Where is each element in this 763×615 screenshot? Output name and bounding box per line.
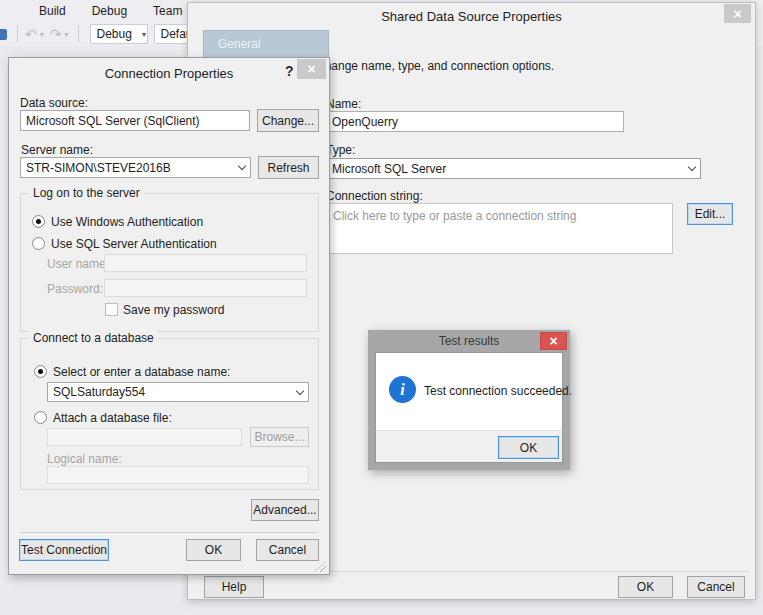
menu-build[interactable]: Build <box>26 0 79 22</box>
test-results-footer: OK <box>375 430 563 463</box>
connection-properties-dialog: Connection Properties ? × Data source: M… <box>8 57 330 575</box>
redo-icon[interactable]: ↷ <box>48 23 64 45</box>
help-button[interactable]: Help <box>204 576 264 598</box>
browse-button[interactable]: Browse... <box>250 427 309 447</box>
password-label: Password: <box>47 282 103 296</box>
chevron-down-icon <box>688 163 696 171</box>
dialog-title: Test results <box>439 334 500 348</box>
cancel-button[interactable]: Cancel <box>687 576 745 598</box>
save-password-label[interactable]: Save my password <box>123 303 224 317</box>
data-source-input[interactable]: Microsoft SQL Server (SqlClient) <box>20 110 250 131</box>
visual-studio-window: Build Debug Team Tools Arch ↶ ▾ ↷ ▾ Debu… <box>0 0 763 615</box>
data-source-value: Microsoft SQL Server (SqlClient) <box>26 114 200 128</box>
test-results-message: Test connection succeeded. <box>424 384 572 398</box>
footer-separator <box>20 532 319 533</box>
edit-button[interactable]: Edit... <box>687 203 733 225</box>
select-database-label[interactable]: Select or enter a database name: <box>53 365 230 379</box>
solution-configuration-combo[interactable]: Debug ▾ <box>90 24 148 44</box>
close-icon: × <box>549 333 557 349</box>
ok-button[interactable]: OK <box>618 576 673 598</box>
ok-button[interactable]: OK <box>498 436 559 459</box>
change-button[interactable]: Change... <box>257 109 319 132</box>
nav-item-general[interactable]: General <box>203 30 329 58</box>
ok-button[interactable]: OK <box>186 539 241 561</box>
database-file-input[interactable] <box>47 428 242 446</box>
resize-grip[interactable] <box>315 561 326 572</box>
close-button[interactable]: × <box>724 4 751 23</box>
dialog-description: Change name, type, and connection option… <box>316 59 554 73</box>
type-value: Microsoft SQL Server <box>332 162 446 176</box>
close-button[interactable]: × <box>297 59 326 79</box>
advanced-button[interactable]: Advanced... <box>251 499 319 521</box>
name-input[interactable]: OpenQuerry <box>326 111 624 132</box>
database-group-title: Connect to a database <box>29 331 158 345</box>
dialog-title: Connection Properties <box>9 66 329 81</box>
test-connection-button[interactable]: Test Connection <box>19 539 109 561</box>
type-label: Type: <box>326 143 355 157</box>
password-input[interactable] <box>104 279 307 297</box>
user-name-label: User name: <box>47 257 109 271</box>
undo-dropdown-caret-icon[interactable]: ▾ <box>39 30 48 39</box>
toolbar-separator <box>78 26 79 42</box>
server-name-label: Server name: <box>21 143 93 157</box>
windows-auth-radio[interactable] <box>32 215 45 228</box>
server-name-value: STR-SIMON\STEVE2016B <box>26 161 171 175</box>
nav-item-general-label: General <box>218 37 261 51</box>
name-label: Name: <box>326 97 361 111</box>
cancel-button[interactable]: Cancel <box>256 539 319 561</box>
attach-file-radio[interactable] <box>34 411 47 424</box>
menu-debug[interactable]: Debug <box>79 0 140 22</box>
type-dropdown[interactable]: Microsoft SQL Server <box>326 158 701 179</box>
refresh-button[interactable]: Refresh <box>258 156 319 179</box>
close-button[interactable]: × <box>540 332 567 350</box>
save-password-checkbox[interactable] <box>105 303 118 316</box>
logical-name-label: Logical name: <box>47 452 122 466</box>
dialog-title: Shared Data Source Properties <box>188 9 755 24</box>
server-name-combo[interactable]: STR-SIMON\STEVE2016B <box>20 157 251 178</box>
save-icon[interactable] <box>0 29 7 40</box>
sql-auth-label[interactable]: Use SQL Server Authentication <box>51 237 217 251</box>
toolbar-separator <box>17 26 18 42</box>
connection-string-label: Connection string: <box>326 189 423 203</box>
connection-string-placeholder: Click here to type or paste a connection… <box>333 209 576 223</box>
chevron-down-icon: ▾ <box>142 30 146 39</box>
test-results-dialog: Test results × i Test connection succeed… <box>368 330 570 470</box>
name-value: OpenQuerry <box>332 115 398 129</box>
chevron-down-icon <box>296 386 304 394</box>
test-results-titlebar: Test results × <box>375 330 563 352</box>
undo-icon[interactable]: ↶ <box>23 23 39 45</box>
attach-file-label[interactable]: Attach a database file: <box>53 411 172 425</box>
close-icon: × <box>733 6 741 22</box>
connection-string-input[interactable]: Click here to type or paste a connection… <box>326 203 673 254</box>
test-results-body: i Test connection succeeded. <box>375 352 563 430</box>
sql-auth-radio[interactable] <box>32 237 45 250</box>
database-name-value: SQLSaturday554 <box>53 385 145 399</box>
windows-auth-label[interactable]: Use Windows Authentication <box>51 215 203 229</box>
redo-dropdown-caret-icon[interactable]: ▾ <box>63 30 72 39</box>
help-icon[interactable]: ? <box>285 63 294 79</box>
close-icon: × <box>307 61 315 77</box>
chevron-down-icon <box>238 162 246 170</box>
logical-name-input[interactable] <box>47 466 309 484</box>
database-name-combo[interactable]: SQLSaturday554 <box>47 382 309 402</box>
logon-group: Log on to the server Use Windows Authent… <box>20 193 319 332</box>
database-group: Connect to a database Select or enter a … <box>20 338 319 490</box>
info-icon: i <box>389 376 416 403</box>
data-source-label: Data source: <box>20 96 88 110</box>
solution-configuration-value: Debug <box>97 27 132 41</box>
select-database-radio[interactable] <box>34 365 47 378</box>
user-name-input[interactable] <box>104 254 307 272</box>
logon-group-title: Log on to the server <box>29 186 144 200</box>
